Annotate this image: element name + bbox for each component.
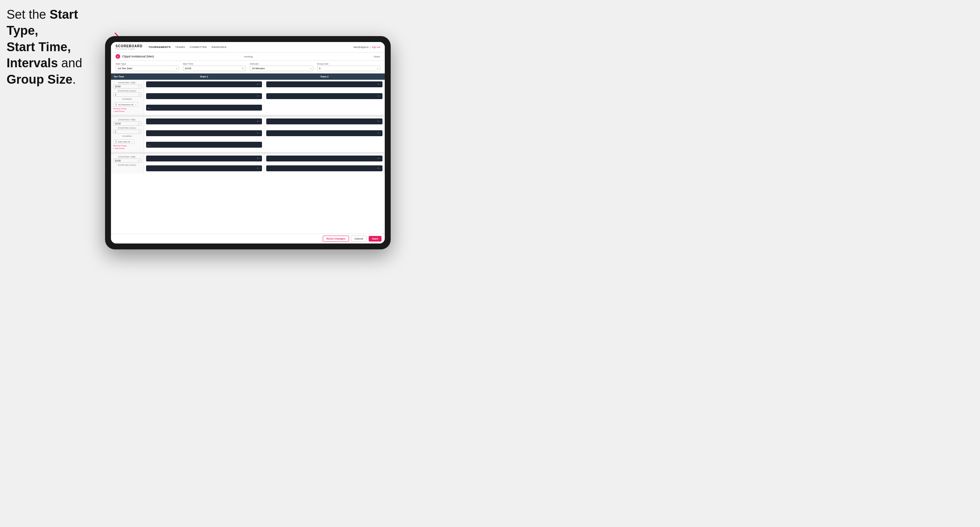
nav-committee[interactable]: COMMITTEE [190, 46, 207, 49]
remove-player-icon[interactable]: ✕ ○ [377, 83, 381, 86]
hosting-label: Hosting [244, 55, 253, 58]
intervals-select[interactable]: 10 Minutes ▾ [250, 66, 313, 71]
back-button[interactable]: ‹ Back [372, 55, 380, 58]
group-size-label: Group Size [317, 63, 380, 65]
start-type-label: Start Type [116, 63, 179, 65]
starting-time-label-1: STARTING TIME: [113, 82, 142, 84]
time-icon-1: ⏱ [138, 86, 140, 87]
group2-left: STARTING TIME: 10:10 ⏱ STARTING HOLE: 1 … [111, 117, 144, 152]
starting-hole-label-1: STARTING HOLE: [113, 90, 142, 92]
instruction-text: Set the Start Type,Start Time,Intervals … [6, 6, 111, 87]
navbar: SCOREBOARD Powered by clippd TOURNAMENTS… [111, 42, 385, 52]
remove-player-icon[interactable]: ✕ ○ [257, 120, 261, 123]
instruction-area: Set the Start Type,Start Time,Intervals … [6, 6, 111, 87]
sign-out-link[interactable]: Sign out [372, 46, 380, 48]
remove-course-1[interactable]: ✕ [135, 103, 137, 106]
intervals-label: Intervals [250, 63, 313, 65]
player-slot: ✕ ○ [266, 119, 382, 124]
remove-player-icon[interactable]: ✕ ○ [377, 120, 381, 123]
tablet-screen: SCOREBOARD Powered by clippd TOURNAMENTS… [111, 42, 385, 243]
app-logo: SCOREBOARD Powered by clippd [116, 44, 143, 50]
tournament-logo: C [116, 54, 120, 59]
footer-actions: Reset Changes Cancel Save [111, 233, 385, 243]
col-tee-time: Tee Time [111, 73, 144, 80]
user-email: blair@clippd.io [353, 46, 369, 48]
group1-team1-course: ✕ ○ [144, 103, 385, 115]
arrows-icon-2: ⇅ [138, 130, 140, 133]
cancel-button[interactable]: Cancel [351, 236, 367, 242]
main-content: Tee Time Team 1 Team 2 STARTING TIME: 10… [111, 73, 385, 243]
player-slot: ✕ ○ [146, 156, 262, 162]
remove-player-icon[interactable]: ✕ ○ [257, 95, 261, 97]
group1-team2-slot1: ✕ ○ [264, 80, 385, 92]
remove-player-icon[interactable]: ✕ ○ [147, 144, 151, 147]
start-time-select[interactable]: 10:00 🕐 [183, 66, 246, 71]
group2-team2-slot2: ✕ ○ [264, 129, 385, 140]
starting-hole-label-3: STARTING HOLE: [113, 164, 142, 166]
add-group-2[interactable]: + Add Group [113, 147, 142, 149]
intervals-group: Intervals 10 Minutes ▾ [250, 63, 313, 71]
starting-time-label-2: STARTING TIME: [113, 119, 142, 121]
remove-group-1[interactable]: Remove Group [113, 108, 142, 110]
starting-time-input-1[interactable]: 10:00 ⏱ [113, 84, 142, 89]
tee-table: Tee Time Team 1 Team 2 STARTING TIME: 10… [111, 73, 385, 174]
group2-team2-slot1: ✕ ○ [264, 117, 385, 129]
group3-left: STARTING TIME: 10:20 ⏱ STARTING HOLE: [111, 154, 144, 174]
nav-teams[interactable]: TEAMS [175, 46, 185, 49]
save-button[interactable]: Save [369, 236, 382, 241]
remove-player-icon[interactable]: ✕ ○ [257, 83, 261, 86]
time-icon-3: ⏱ [138, 160, 140, 162]
player-slot: ✕ ○ [266, 93, 382, 99]
player-slot: ✕ ○ [146, 165, 262, 171]
sub-header: C Clippd Invitational (Men) Hosting ‹ Ba… [111, 52, 385, 61]
logo-sub: Powered by clippd [116, 48, 143, 50]
start-time-group: Start Time 10:00 🕐 [183, 63, 246, 71]
starting-hole-input-2[interactable]: 1 ⇅ [113, 130, 142, 134]
course-tag-2: 🏌 East Lake GC ✕ [113, 140, 135, 144]
remove-player-icon[interactable]: ✕ ○ [377, 132, 381, 135]
starting-hole-label-2: STARTING HOLE: [113, 127, 142, 129]
remove-group-2[interactable]: Remove Group [113, 145, 142, 147]
start-type-select[interactable]: 1st Tee Start ▾ [116, 66, 179, 71]
remove-player-icon[interactable]: ✕ ○ [377, 95, 381, 97]
group-size-select[interactable]: 3 ▾ [317, 66, 380, 71]
course-label-1: COURSE: [113, 98, 142, 100]
remove-player-icon[interactable]: ✕ ○ [377, 167, 381, 170]
starting-time-input-3[interactable]: 10:20 ⏱ [113, 159, 142, 163]
starting-hole-input-1[interactable]: 1 ⇅ [113, 92, 142, 97]
group3-team2-slot1: ✕ ○ [264, 154, 385, 164]
table-row: ✕ ○ ✕ ○ [111, 164, 385, 174]
remove-player-icon[interactable]: ✕ ○ [257, 167, 261, 170]
remove-player-icon[interactable]: ✕ ○ [257, 157, 261, 160]
starting-time-input-2[interactable]: 10:10 ⏱ [113, 121, 142, 126]
remove-player-icon[interactable]: ✕ ○ [377, 157, 381, 160]
nav-rankings[interactable]: RANKINGS [212, 46, 226, 49]
course-label-2: COURSE: [113, 135, 142, 137]
player-slot: ✕ ○ [266, 81, 382, 87]
nav-user-area: blair@clippd.io | Sign out [353, 46, 380, 48]
remove-player-icon[interactable]: ✕ ○ [257, 132, 261, 135]
start-type-group: Start Type 1st Tee Start ▾ [116, 63, 179, 71]
group1-team1-slot1: ✕ ○ [144, 80, 264, 92]
group-size-group: Group Size 3 ▾ [317, 63, 380, 71]
group1-left: STARTING TIME: 10:00 ⏱ STARTING HOLE: 1 … [111, 80, 144, 115]
table-row: ✕ ○ [111, 140, 385, 152]
remove-player-icon[interactable]: ✕ ○ [147, 107, 151, 110]
group3-team2-slot2: ✕ ○ [264, 164, 385, 174]
tournament-title: Clippd Invitational (Men) [122, 55, 242, 58]
player-slot: ✕ ○ [146, 93, 262, 99]
data-table-wrapper[interactable]: Tee Time Team 1 Team 2 STARTING TIME: 10… [111, 73, 385, 233]
chevron-down-icon-2: ▾ [310, 67, 311, 70]
add-group-1[interactable]: + Add Group [113, 110, 142, 112]
player-slot: ✕ ○ [266, 130, 382, 136]
course-slot: ✕ ○ [146, 105, 262, 111]
starting-time-label-3: STARTING TIME: [113, 156, 142, 158]
arrows-icon-1: ⇅ [138, 94, 140, 96]
player-slot: ✕ ○ [266, 156, 382, 162]
reset-changes-button[interactable]: Reset Changes [323, 236, 349, 242]
nav-links: TOURNAMENTS TEAMS COMMITTEE RANKINGS [148, 46, 353, 49]
course-icon-2: 🏌 [115, 140, 117, 143]
settings-row: Start Type 1st Tee Start ▾ Start Time 10… [111, 61, 385, 73]
nav-tournaments[interactable]: TOURNAMENTS [148, 46, 171, 49]
remove-course-2[interactable]: ✕ [131, 140, 133, 143]
